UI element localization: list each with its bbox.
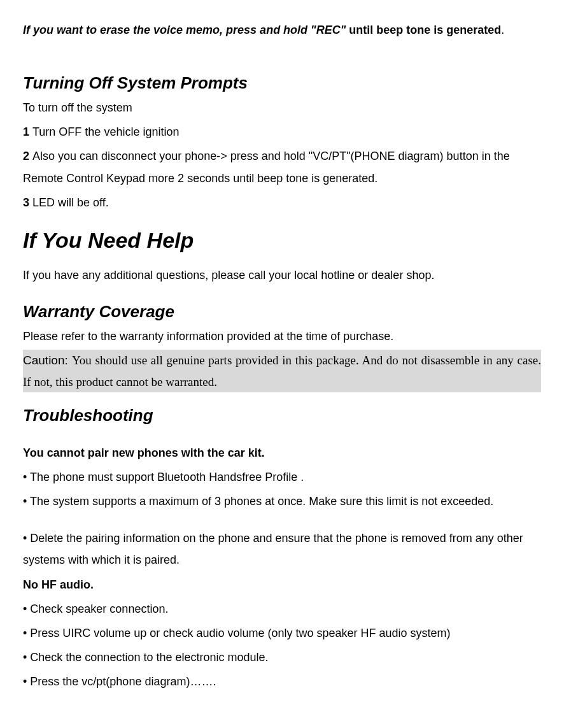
- warranty-text: Please refer to the warranty information…: [23, 325, 541, 347]
- step-2-text: Also you can disconnect your phone-> pre…: [23, 150, 510, 184]
- step-3-text: LED will be off.: [32, 196, 109, 209]
- erase-period: .: [501, 24, 504, 36]
- help-text: If you have any additional questions, pl…: [23, 264, 541, 286]
- step-3: 3 LED will be off.: [23, 192, 541, 213]
- heading-help: If You Need Help: [23, 226, 541, 254]
- step-2-num: 2: [23, 150, 32, 162]
- heading-troubleshooting: Troubleshooting: [23, 405, 541, 427]
- erase-italic-part: If you want to erase the voice memo, pre…: [23, 24, 349, 36]
- issue-hf-bullet-2: • Press UIRC volume up or check audio vo…: [23, 622, 541, 644]
- caution-body: You should use all genuine parts provide…: [23, 353, 541, 388]
- caution-block: Caution: You should use all genuine part…: [23, 350, 541, 392]
- heading-warranty: Warranty Coverage: [23, 301, 541, 323]
- caution-label: Caution:: [23, 353, 72, 367]
- turning-off-intro: To turn off the system: [23, 97, 541, 118]
- issue-pairing-bullet-3: • Delete the pairing information on the …: [23, 527, 541, 571]
- issue-hf-title: No HF audio.: [23, 574, 541, 596]
- step-3-num: 3: [23, 196, 32, 209]
- issue-pairing-bullet-2: • The system supports a maximum of 3 pho…: [23, 490, 541, 512]
- heading-turning-off: Turning Off System Prompts: [23, 73, 541, 94]
- issue-pairing-title: You cannot pair new phones with the car …: [23, 442, 541, 464]
- step-1: 1 Turn OFF the vehicle ignition: [23, 121, 541, 143]
- step-1-num: 1: [23, 125, 32, 138]
- issue-hf-bullet-4: • Press the vc/pt(phone diagram)…….: [23, 671, 541, 692]
- erase-bold-tail: until beep tone is generated: [349, 24, 501, 36]
- erase-memo-note: If you want to erase the voice memo, pre…: [23, 19, 541, 41]
- step-2: 2 Also you can disconnect your phone-> p…: [23, 145, 541, 189]
- step-1-text: Turn OFF the vehicle ignition: [32, 125, 179, 138]
- issue-hf-bullet-3: • Check the connection to the electronic…: [23, 646, 541, 668]
- issue-hf-bullet-1: • Check speaker connection.: [23, 598, 541, 620]
- issue-pairing-bullet-1: • The phone must support Bluetooth Hands…: [23, 466, 541, 488]
